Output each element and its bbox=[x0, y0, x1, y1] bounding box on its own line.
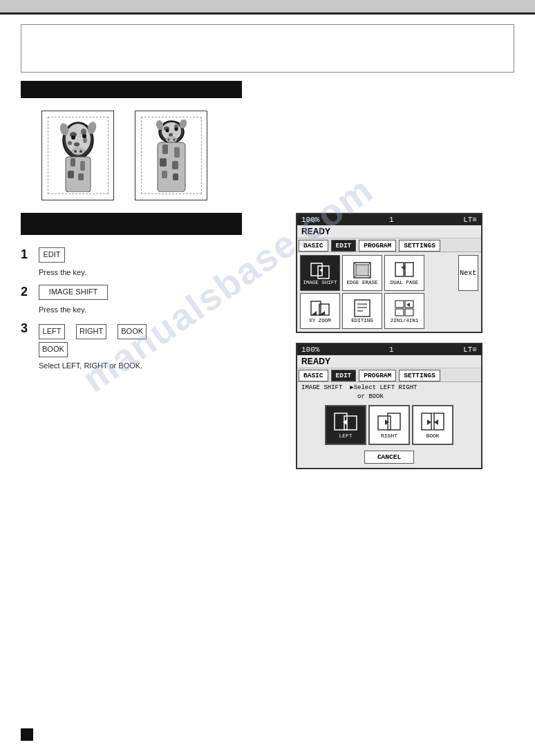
lcd1-btn-dual-page-label: DUAL PAGE bbox=[391, 280, 419, 285]
lcd1-top-bar: 100% 1 LT≡ bbox=[297, 214, 481, 225]
svg-marker-53 bbox=[319, 311, 325, 315]
lcd2-num: 1 bbox=[389, 346, 394, 354]
svg-marker-74 bbox=[434, 419, 438, 425]
svg-marker-49 bbox=[401, 265, 405, 270]
svg-point-7 bbox=[71, 135, 75, 140]
svg-rect-33 bbox=[174, 147, 180, 158]
lcd1-btn-2in1[interactable]: 2IN1/4IN1 bbox=[384, 293, 424, 329]
step3-boxes-row: LEFT RIGHT BOOK bbox=[39, 324, 152, 339]
lcd2-btn-right[interactable]: RIGHT bbox=[368, 405, 410, 445]
svg-marker-40 bbox=[319, 268, 323, 272]
step3-box-book: BOOK bbox=[118, 324, 147, 339]
lcd1-btn-edge-erase-label: EDGE ERASE bbox=[346, 280, 377, 285]
lcd2-tab-program[interactable]: PROGRAM bbox=[359, 370, 396, 381]
lcd1-ready: READY bbox=[297, 225, 481, 238]
svg-rect-42 bbox=[356, 265, 368, 276]
screens-panel: 100% 1 LT≡ READY BASIC EDIT PROGRAM SETT… bbox=[296, 213, 514, 469]
lcd1-btn-editing[interactable]: EDITING bbox=[342, 293, 382, 329]
svg-rect-35 bbox=[172, 161, 178, 169]
lcd1-btn-xy-zoom[interactable]: XY ZOOM bbox=[300, 293, 340, 329]
lcd2-cancel-row: CANCEL bbox=[297, 448, 481, 468]
svg-point-5 bbox=[83, 138, 87, 143]
svg-marker-65 bbox=[343, 419, 347, 425]
lcd1-btn-edge-erase[interactable]: EDGE ERASE bbox=[342, 255, 382, 291]
step2-content: IMAGE SHIFT Press the key. bbox=[39, 285, 113, 316]
text-box bbox=[21, 24, 514, 73]
lcd1-next-btn[interactable]: Next bbox=[458, 255, 478, 291]
lcd2-btn-right-label: RIGHT bbox=[381, 433, 397, 439]
section1-header bbox=[21, 81, 242, 98]
step2: 2 IMAGE SHIFT Press the key. bbox=[21, 285, 283, 316]
svg-rect-58 bbox=[395, 301, 404, 308]
svg-rect-15 bbox=[71, 158, 75, 167]
lcd2-tab-edit[interactable]: EDIT bbox=[331, 370, 357, 381]
lcd2-cancel-btn[interactable]: CANCEL bbox=[364, 451, 414, 464]
step2-number: 2 bbox=[21, 285, 35, 300]
lcd1-btn-dual-page[interactable]: DUAL PAGE bbox=[384, 255, 424, 291]
svg-rect-18 bbox=[78, 173, 84, 180]
lcd-screen2: 100% 1 LT≡ READY BASIC EDIT PROGRAM SETT… bbox=[296, 343, 482, 469]
giraffe-right-svg bbox=[144, 120, 199, 192]
lcd1-tabs: BASIC EDIT PROGRAM SETTINGS bbox=[297, 238, 481, 252]
svg-point-28 bbox=[173, 138, 175, 140]
step3-box-right: RIGHT bbox=[76, 324, 106, 339]
section2-header bbox=[21, 213, 242, 235]
lcd2-btn-left[interactable]: LEFT bbox=[325, 405, 366, 445]
svg-point-11 bbox=[79, 150, 82, 153]
bottom-black-square bbox=[21, 728, 33, 741]
svg-rect-36 bbox=[162, 171, 167, 178]
svg-point-27 bbox=[167, 138, 169, 140]
lcd1-btn-xy-zoom-label: XY ZOOM bbox=[309, 318, 331, 323]
svg-rect-17 bbox=[68, 171, 74, 178]
svg-rect-61 bbox=[405, 309, 413, 316]
lcd2-icons-row: LEFT RIGHT bbox=[297, 402, 481, 448]
svg-rect-39 bbox=[318, 266, 329, 278]
svg-rect-34 bbox=[160, 158, 167, 167]
lcd1-tab-program[interactable]: PROGRAM bbox=[359, 240, 396, 252]
lcd1-next-label: Next bbox=[460, 270, 476, 277]
lcd1-btn-image-shift[interactable]: IMAGE SHIFT bbox=[300, 255, 340, 291]
lcd2-message: IMAGE SHIFT ▶Select LEFT RIGHT or BOOK bbox=[297, 382, 481, 402]
step3: 3 LEFT RIGHT BOOK BOOK Select LEFT, RIGH… bbox=[21, 321, 283, 372]
step3-text: Select LEFT, RIGHT or BOOK. bbox=[39, 360, 152, 372]
svg-marker-68 bbox=[385, 419, 389, 425]
lcd2-btn-left-label: LEFT bbox=[339, 433, 352, 439]
svg-rect-38 bbox=[311, 263, 322, 276]
lcd1-btn-image-shift-label: IMAGE SHIFT bbox=[303, 280, 337, 285]
svg-rect-31 bbox=[158, 142, 185, 192]
svg-rect-37 bbox=[173, 173, 178, 180]
svg-point-25 bbox=[174, 127, 178, 131]
svg-point-26 bbox=[166, 137, 177, 142]
lcd2-btn-book[interactable]: BOOK bbox=[412, 405, 453, 445]
svg-point-10 bbox=[74, 150, 77, 153]
svg-marker-73 bbox=[427, 419, 431, 425]
step1-box: EDIT bbox=[39, 247, 65, 263]
step3-small-box: BOOK bbox=[39, 342, 68, 357]
step1-number: 1 bbox=[21, 247, 35, 263]
lcd1-btn-editing-label: EDITING bbox=[351, 318, 373, 323]
svg-rect-60 bbox=[395, 309, 404, 316]
svg-point-23 bbox=[169, 133, 173, 136]
lcd1-icons: LT≡ bbox=[463, 216, 477, 224]
lcd1-icons-grid: IMAGE SHIFT EDG bbox=[297, 252, 458, 332]
step3-box-left: LEFT bbox=[39, 324, 65, 339]
svg-rect-47 bbox=[395, 263, 404, 276]
svg-marker-52 bbox=[311, 311, 317, 315]
svg-rect-54 bbox=[355, 300, 370, 316]
lcd1-tab-settings[interactable]: SETTINGS bbox=[399, 240, 440, 252]
top-bar bbox=[0, 0, 535, 12]
lcd2-tab-basic[interactable]: BASIC bbox=[299, 370, 328, 381]
lcd1-percent: 100% bbox=[301, 216, 319, 224]
step1-text: Press the key. bbox=[39, 268, 86, 276]
step2-box: IMAGE SHIFT bbox=[39, 285, 108, 300]
lcd1-tab-basic[interactable]: BASIC bbox=[299, 240, 328, 252]
lcd1-btn-2in1-label: 2IN1/4IN1 bbox=[391, 318, 419, 323]
step1-content: EDIT Press the key. bbox=[39, 247, 86, 279]
lcd2-tab-settings[interactable]: SETTINGS bbox=[399, 370, 440, 381]
svg-marker-62 bbox=[406, 303, 410, 307]
giraffe-right-box bbox=[135, 111, 207, 200]
step3-number: 3 bbox=[21, 321, 35, 337]
lcd2-cancel-label: CANCEL bbox=[377, 453, 401, 461]
lcd1-tab-edit[interactable]: EDIT bbox=[331, 240, 357, 252]
giraffe-left-inner bbox=[48, 117, 109, 194]
